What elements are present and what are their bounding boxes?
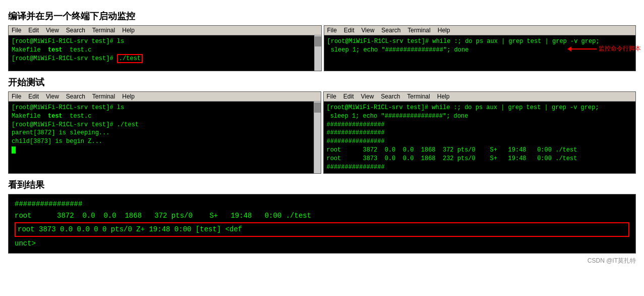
terminal-line: [root@MiWiFi-R1CL-srv test]# ./test bbox=[12, 55, 311, 63]
terminal-line: root 3873 0.0 0.0 1868 232 pts/0 S+ 19:4… bbox=[327, 155, 633, 163]
section2-left-menubar: File Edit View Search Terminal Help bbox=[9, 92, 321, 102]
terminal-highlight-row: root 3873 0.0 0.0 0 0 pts/0 Z+ 19:48 0:0… bbox=[15, 222, 629, 236]
menu-help[interactable]: Help bbox=[438, 27, 450, 34]
section2-title: 开始测试 bbox=[8, 76, 636, 88]
terminal-line: [root@MiWiFi-R1CL-srv test]# while :; do… bbox=[327, 104, 633, 112]
arrow-shaft bbox=[571, 48, 597, 50]
terminal-line: ################ bbox=[327, 121, 633, 129]
terminal-line: [root@MiWiFi-R1CL-srv test]# ls bbox=[12, 37, 311, 46]
section1-right-body: [root@MiWiFi-R1CL-srv test]# while :; do… bbox=[324, 35, 636, 71]
section2-right-body: [root@MiWiFi-R1CL-srv test]# while :; do… bbox=[324, 102, 636, 173]
terminal-line: ################ bbox=[15, 199, 629, 210]
menu-search[interactable]: Search bbox=[66, 93, 85, 100]
menu-terminal[interactable]: Terminal bbox=[407, 27, 430, 34]
terminal-line: sleep 1; echo "################"; done bbox=[327, 112, 633, 121]
section1-left-body: [root@MiWiFi-R1CL-srv test]# ls Makefile… bbox=[9, 35, 314, 71]
section2-right-terminal: File Edit View Search Terminal Help [roo… bbox=[323, 91, 636, 174]
annotation-container: 监控命令行脚本 bbox=[571, 44, 641, 53]
menu-file[interactable]: File bbox=[12, 27, 21, 34]
menu-search[interactable]: Search bbox=[66, 27, 85, 34]
section2-right-menubar: File Edit View Search Terminal Help bbox=[324, 92, 636, 102]
terminal-line: [root@MiWiFi-R1CL-srv test]# ./test bbox=[12, 121, 311, 129]
menu-view[interactable]: View bbox=[46, 93, 59, 100]
terminal-line: child[3873] is begin Z... bbox=[12, 137, 311, 146]
terminal-line: ################ bbox=[327, 137, 633, 146]
terminal-line: ################ bbox=[327, 163, 633, 172]
section3: 看到结果 ################ root 3872 0.0 0.0 … bbox=[8, 179, 636, 254]
terminal-line: root 3872 0.0 0.0 1868 372 pts/0 S+ 19:4… bbox=[327, 146, 633, 155]
menu-terminal[interactable]: Terminal bbox=[407, 93, 430, 100]
footer: CSDN @IT莫扎特 bbox=[8, 257, 636, 265]
section3-title: 看到结果 bbox=[8, 179, 636, 191]
menu-search[interactable]: Search bbox=[381, 93, 400, 100]
arrow-head bbox=[567, 46, 571, 52]
menu-file[interactable]: File bbox=[327, 27, 337, 34]
section1-left-terminal: File Edit View Search Terminal Help [roo… bbox=[8, 25, 322, 71]
menu-file[interactable]: File bbox=[327, 93, 336, 100]
section2: 开始测试 File Edit View Search Terminal Help… bbox=[8, 76, 636, 174]
section2-left-scrollbar[interactable] bbox=[314, 102, 321, 173]
section1: 编译并在另一个终端下启动监控 File Edit View Search Ter… bbox=[8, 10, 636, 71]
scrollbar-thumb bbox=[314, 103, 321, 113]
section2-left-terminal: File Edit View Search Terminal Help [roo… bbox=[8, 91, 321, 174]
menu-terminal[interactable]: Terminal bbox=[92, 27, 115, 34]
menu-terminal[interactable]: Terminal bbox=[92, 93, 115, 100]
terminal-line: Makefile test test.c bbox=[12, 46, 311, 55]
section1-right-wrapper: File Edit View Search Terminal Help [roo… bbox=[324, 25, 636, 71]
terminal-line: unct> bbox=[15, 238, 629, 249]
menu-search[interactable]: Search bbox=[381, 27, 400, 34]
section3-terminal: ################ root 3872 0.0 0.0 1868 … bbox=[8, 194, 636, 254]
menu-edit[interactable]: Edit bbox=[28, 93, 39, 100]
menu-help[interactable]: Help bbox=[437, 93, 450, 100]
menu-view[interactable]: View bbox=[362, 27, 375, 34]
menu-help[interactable]: Help bbox=[122, 27, 135, 34]
menu-view[interactable]: View bbox=[46, 27, 59, 34]
annotation-label: 监控命令行脚本 bbox=[599, 44, 641, 53]
terminal-line: ################ bbox=[327, 129, 633, 137]
section2-left-body: [root@MiWiFi-R1CL-srv test]# ls Makefile… bbox=[9, 102, 314, 173]
menu-view[interactable]: View bbox=[361, 93, 374, 100]
menu-file[interactable]: File bbox=[12, 93, 21, 100]
scrollbar-thumb bbox=[315, 36, 321, 46]
terminal-line: [root@MiWiFi-R1CL-srv test]# ls bbox=[12, 104, 311, 112]
section1-left-menubar: File Edit View Search Terminal Help bbox=[9, 26, 321, 35]
terminal-line: Makefile test test.c bbox=[12, 112, 311, 121]
terminal-line: root 3872 0.0 0.0 1868 372 pts/0 S+ 19:4… bbox=[15, 210, 629, 221]
terminal-line: parent[3872] is sleeping... bbox=[12, 129, 311, 137]
section1-title: 编译并在另一个终端下启动监控 bbox=[8, 10, 636, 22]
section1-left-scrollbar[interactable] bbox=[314, 35, 321, 71]
menu-help[interactable]: Help bbox=[122, 93, 135, 100]
section1-right-menubar: File Edit View Search Terminal Help bbox=[324, 26, 636, 35]
menu-edit[interactable]: Edit bbox=[343, 93, 354, 100]
menu-edit[interactable]: Edit bbox=[28, 27, 39, 34]
terminal-cursor bbox=[12, 146, 311, 155]
menu-edit[interactable]: Edit bbox=[344, 27, 355, 34]
